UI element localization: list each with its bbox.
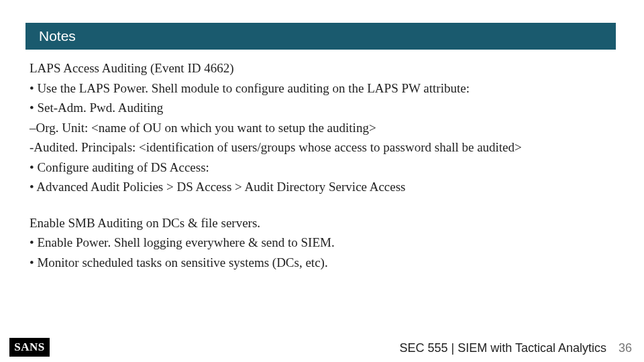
body-line: Enable SMB Auditing on DCs & file server… [30, 214, 617, 233]
body-line: • Set-Adm. Pwd. Auditing [30, 99, 617, 117]
notes-header-title: Notes [39, 28, 76, 44]
notes-header: Notes [25, 23, 616, 50]
body-line: LAPS Access Auditing (Event ID 4662) [30, 59, 617, 78]
sans-logo: SANS [9, 338, 50, 357]
body-line: -Audited. Principals: <identification of… [30, 138, 617, 157]
slide-footer: SANS SEC 555 | SIEM with Tactical Analyt… [0, 335, 644, 362]
body-line: • Configure auditing of DS Access: [30, 158, 617, 177]
body-line: • Advanced Audit Policies > DS Access > … [30, 178, 617, 196]
body-line: • Use the LAPS Power. Shell module to co… [30, 79, 617, 98]
slide: Notes LAPS Access Auditing (Event ID 466… [0, 0, 644, 362]
course-title: SEC 555 | SIEM with Tactical Analytics [400, 341, 606, 355]
page-number: 36 [619, 341, 632, 355]
slide-body: LAPS Access Auditing (Event ID 4662) • U… [30, 59, 617, 273]
paragraph-spacer [30, 198, 617, 214]
body-line: • Monitor scheduled tasks on sensitive s… [30, 253, 617, 272]
body-line: –Org. Unit: <name of OU on which you wan… [30, 119, 617, 137]
body-line: • Enable Power. Shell logging everywhere… [30, 233, 617, 252]
